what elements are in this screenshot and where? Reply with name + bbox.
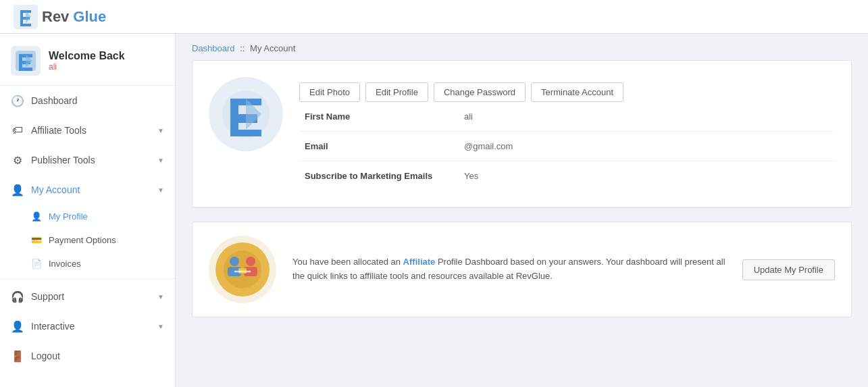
my-profile-icon: 👤 [31, 211, 42, 222]
terminate-account-button[interactable]: Terminate Account [531, 82, 623, 102]
sidebar-item-account-label: My Account [31, 184, 80, 195]
payment-options-icon: 💳 [31, 235, 42, 245]
logout-icon: 🚪 [11, 349, 24, 363]
breadcrumb-separator: :: [240, 43, 245, 53]
logo-rev-text: Rev [42, 8, 69, 26]
first-name-value: ali [448, 111, 473, 122]
info-text-part1: You have been allocated an [292, 257, 403, 267]
subscribe-value: Yes [448, 171, 478, 181]
sidebar-sub-invoices-label: Invoices [49, 259, 81, 269]
sidebar-item-my-profile[interactable]: 👤 My Profile [0, 205, 175, 228]
affiliate-info-text: You have been allocated an Affiliate Pro… [292, 255, 726, 284]
profile-row-subscribe: Subscribe to Marketing Emails Yes [299, 161, 835, 190]
sidebar-item-invoices[interactable]: 📄 Invoices [0, 252, 175, 276]
welcome-title: Welcome Back [49, 50, 125, 62]
affiliate-image [209, 236, 276, 303]
my-account-icon: 👤 [11, 183, 24, 197]
sidebar-item-logout[interactable]: 🚪 Logout [0, 341, 175, 371]
email-label: Email [299, 141, 448, 151]
sidebar-item-support-label: Support [31, 291, 64, 302]
welcome-section: Welcome Back ali [0, 34, 175, 86]
email-value: @gmail.com [448, 141, 513, 151]
profile-right: Edit Photo Edit Profile Change Password … [299, 77, 835, 190]
main-content: Dashboard :: My Account [176, 34, 868, 387]
publisher-tools-icon: ⚙ [11, 153, 24, 167]
avatar-icon [222, 91, 270, 138]
sidebar-item-interactive-label: Interactive [31, 321, 75, 332]
affiliate-illustration [215, 242, 270, 296]
profile-top: Edit Photo Edit Profile Change Password … [193, 61, 851, 207]
subscribe-label: Subscribe to Marketing Emails [299, 171, 448, 181]
profile-row-firstname: First Name ali [299, 102, 835, 132]
support-icon: 🎧 [11, 290, 24, 303]
sidebar-item-dashboard-label: Dashboard [31, 95, 78, 106]
header: RevGlue [0, 0, 868, 34]
chevron-down-icon-4: ▼ [157, 293, 164, 301]
svg-point-11 [230, 257, 239, 266]
sidebar-item-publisher-tools[interactable]: ⚙ Publisher Tools ▼ [0, 145, 175, 175]
sidebar-item-publisher-label: Publisher Tools [31, 155, 95, 165]
sidebar-item-logout-label: Logout [31, 351, 60, 361]
layout: Welcome Back ali 🕐 Dashboard 🏷 Affiliate… [0, 34, 868, 387]
sidebar-item-affiliate-tools[interactable]: 🏷 Affiliate Tools ▼ [0, 115, 175, 145]
logo: RevGlue [14, 5, 106, 29]
profile-card: Edit Photo Edit Profile Change Password … [192, 60, 852, 208]
dashboard-icon: 🕐 [11, 94, 24, 107]
sidebar: Welcome Back ali 🕐 Dashboard 🏷 Affiliate… [0, 34, 176, 387]
chevron-down-icon: ▼ [157, 127, 164, 134]
change-password-button[interactable]: Change Password [434, 82, 526, 102]
sidebar-item-affiliate-label: Affiliate Tools [31, 125, 86, 136]
logo-glue-text: Glue [73, 8, 106, 26]
breadcrumb-my-account: My Account [250, 43, 295, 53]
sidebar-item-payment-options[interactable]: 💳 Payment Options [0, 228, 175, 252]
breadcrumb: Dashboard :: My Account [176, 34, 868, 60]
chevron-down-icon-5: ▼ [157, 323, 164, 330]
sidebar-item-dashboard[interactable]: 🕐 Dashboard [0, 86, 175, 115]
first-name-label: First Name [299, 111, 448, 122]
profile-row-email: Email @gmail.com [299, 132, 835, 161]
chevron-down-icon-3: ▼ [157, 186, 164, 194]
sidebar-item-my-account[interactable]: 👤 My Account ▼ [0, 175, 175, 205]
affiliate-info-card: You have been allocated an Affiliate Pro… [192, 222, 852, 317]
profile-avatar-section [209, 77, 283, 151]
welcome-username: ali [49, 62, 125, 72]
profile-actions: Edit Photo Edit Profile Change Password … [299, 82, 835, 102]
sidebar-item-support[interactable]: 🎧 Support ▼ [0, 282, 175, 311]
affiliate-tools-icon: 🏷 [11, 124, 24, 137]
interactive-icon: 👤 [11, 319, 24, 333]
invoices-icon: 📄 [31, 259, 42, 269]
breadcrumb-dashboard[interactable]: Dashboard [192, 43, 235, 53]
avatar [209, 77, 283, 151]
logo-icon [14, 5, 38, 29]
info-text-highlight: Affiliate [403, 257, 436, 267]
svg-point-12 [246, 257, 255, 266]
nav-divider [0, 278, 175, 279]
sidebar-item-interactive[interactable]: 👤 Interactive ▼ [0, 311, 175, 341]
welcome-avatar [11, 46, 41, 76]
edit-profile-button[interactable]: Edit Profile [365, 82, 428, 102]
profile-fields: First Name ali Email @gmail.com Subscrib… [299, 102, 835, 190]
edit-photo-button[interactable]: Edit Photo [299, 82, 360, 102]
welcome-avatar-icon [16, 51, 36, 71]
chevron-down-icon-2: ▼ [157, 157, 164, 164]
sidebar-sub-profile-label: My Profile [49, 211, 88, 222]
welcome-text: Welcome Back ali [49, 50, 125, 72]
update-profile-button[interactable]: Update My Profile [742, 259, 835, 280]
sidebar-sub-payment-label: Payment Options [49, 235, 116, 245]
